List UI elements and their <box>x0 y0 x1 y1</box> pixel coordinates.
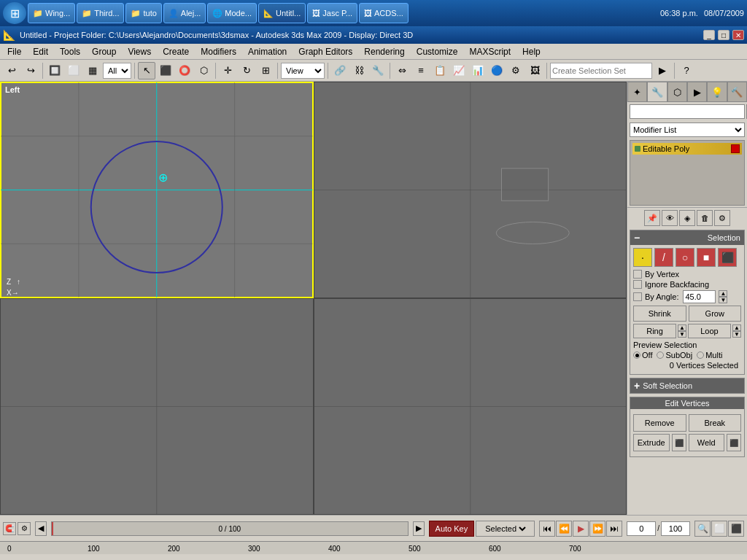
edge-subobj-btn[interactable]: / <box>654 248 673 267</box>
loop-up[interactable]: ▲ <box>732 324 741 331</box>
next-frame-btn[interactable]: ⏩ <box>589 521 605 537</box>
by-angle-checkbox[interactable] <box>633 292 642 301</box>
loop-down[interactable]: ▼ <box>732 331 741 338</box>
select-region-rect-btn[interactable]: ⬛ <box>157 62 174 79</box>
snap-settings-btn[interactable]: ⚙ <box>18 522 31 535</box>
make-unique-icon[interactable]: ◈ <box>679 210 695 226</box>
border-subobj-btn[interactable]: ○ <box>676 248 694 267</box>
align-btn[interactable]: ≡ <box>412 62 430 79</box>
named-sel-btn[interactable]: ▶ <box>654 62 671 79</box>
extrude-button[interactable]: Extrude <box>633 434 670 451</box>
show-end-result-icon[interactable]: 👁 <box>662 210 678 226</box>
taskbar-alej[interactable]: 👤 Alej... <box>163 3 206 23</box>
frame-input[interactable] <box>627 521 656 536</box>
menu-graph-editors[interactable]: Graph Editors <box>293 45 358 58</box>
by-angle-down[interactable]: ▼ <box>719 297 727 303</box>
reference-coord-dropdown[interactable]: View <box>281 63 325 79</box>
render-btn[interactable]: 🖼 <box>526 62 543 79</box>
modifier-stack-item[interactable]: Editable Poly <box>632 143 742 155</box>
create-selection-input[interactable] <box>550 63 652 79</box>
menu-group[interactable]: Group <box>86 45 122 58</box>
menu-file[interactable]: File <box>1 45 27 58</box>
weld-button[interactable]: Weld <box>689 434 725 451</box>
filter-dropdown[interactable]: All <box>103 63 131 79</box>
menu-rendering[interactable]: Rendering <box>358 45 410 58</box>
timeline-left-arrow[interactable]: ◀ <box>35 521 47 536</box>
pan-time-btn[interactable]: ⬛ <box>728 521 744 537</box>
taskbar-folder1[interactable]: 📁 Wing... <box>28 3 75 23</box>
timeline-right-arrow[interactable]: ▶ <box>413 521 425 536</box>
create-tab[interactable]: ✦ <box>627 82 647 102</box>
display-tab[interactable]: 💡 <box>707 82 727 102</box>
material-editor-btn[interactable]: 🔵 <box>488 62 506 79</box>
auto-key-button[interactable]: Auto Key <box>429 521 475 537</box>
element-subobj-btn[interactable]: ⬛ <box>718 248 737 267</box>
hierarchy-tab[interactable]: ⬡ <box>667 82 687 102</box>
select-region-btn[interactable]: ⬜ <box>65 62 82 79</box>
shrink-button[interactable]: Shrink <box>633 306 686 322</box>
menu-tools[interactable]: Tools <box>54 45 86 58</box>
ignore-backfacing-checkbox[interactable] <box>633 280 642 289</box>
mirror-btn[interactable]: ⇔ <box>393 62 411 79</box>
timeline-track[interactable]: 0 / 100 <box>51 521 409 536</box>
select-region-circle-btn[interactable]: ⭕ <box>176 62 193 79</box>
play-btn[interactable]: ▶ <box>573 521 589 537</box>
menu-animation[interactable]: Animation <box>242 45 293 58</box>
window-crossing-btn[interactable]: ▦ <box>84 62 101 79</box>
by-vertex-checkbox[interactable] <box>633 270 642 279</box>
taskbar-jasc[interactable]: 🖼 Jasc P... <box>307 3 357 23</box>
help-btn[interactable]: ? <box>678 62 695 79</box>
menu-create[interactable]: Create <box>157 45 195 58</box>
radio-subobj[interactable] <box>657 351 664 359</box>
restore-button[interactable]: □ <box>718 30 729 40</box>
taskbar-acds[interactable]: 🖼 ACDS... <box>359 3 409 23</box>
by-angle-up[interactable]: ▲ <box>719 290 727 297</box>
menu-help[interactable]: Help <box>516 45 546 58</box>
rotate-btn[interactable]: ↻ <box>238 62 255 79</box>
remove-modifier-icon[interactable]: 🗑 <box>697 210 713 226</box>
bind-space-warp-btn[interactable]: 🔧 <box>369 62 387 79</box>
utilities-tab[interactable]: 🔨 <box>727 82 747 102</box>
ring-down[interactable]: ▼ <box>678 331 686 338</box>
viewport-left[interactable]: Left ⊕ Z ↑ X→ <box>0 82 314 298</box>
grow-button[interactable]: Grow <box>689 306 742 322</box>
minimize-button[interactable]: _ <box>703 30 715 40</box>
layer-btn[interactable]: 📋 <box>431 62 449 79</box>
taskbar-mode[interactable]: 🌐 Mode... <box>207 3 257 23</box>
modifier-list-dropdown[interactable]: Modifier List <box>630 122 745 137</box>
redo-button[interactable]: ↪ <box>22 62 39 79</box>
viewport-top-right[interactable] <box>314 82 627 298</box>
undo-button[interactable]: ↩ <box>3 62 20 79</box>
schematic-view-btn[interactable]: 📊 <box>469 62 487 79</box>
start-button[interactable]: ⊞ <box>3 2 26 24</box>
link-btn[interactable]: 🔗 <box>331 62 349 79</box>
select-object-btn[interactable]: 🔲 <box>46 62 63 79</box>
configure-modifier-sets-icon[interactable]: ⚙ <box>714 210 730 226</box>
zoom-extents-btn[interactable]: ⬜ <box>711 521 727 537</box>
pin-stack-icon[interactable]: 📌 <box>644 210 660 226</box>
radio-off[interactable] <box>633 351 640 359</box>
ring-up[interactable]: ▲ <box>678 324 686 331</box>
move-btn[interactable]: ✛ <box>219 62 236 79</box>
taskbar-folder2[interactable]: 📁 Third... <box>77 3 124 23</box>
goto-end-btn[interactable]: ⏭ <box>606 521 622 537</box>
selection-header[interactable]: − Selection <box>630 230 744 245</box>
zoom-time-btn[interactable]: 🔍 <box>694 521 711 537</box>
taskbar-folder3[interactable]: 📁 tuto <box>125 3 161 23</box>
polygon-subobj-btn[interactable]: ■ <box>697 248 716 267</box>
loop-button[interactable]: Loop <box>688 324 731 338</box>
motion-tab[interactable]: ▶ <box>687 82 707 102</box>
snap-toggle-btn[interactable]: 🧲 <box>3 522 16 535</box>
menu-maxscript[interactable]: MAXScript <box>463 45 516 58</box>
goto-start-btn[interactable]: ⏮ <box>539 521 555 537</box>
by-angle-input[interactable]: 45.0 <box>683 290 716 303</box>
taskbar-3dsmax[interactable]: 📐 Untitl... <box>258 3 306 23</box>
selected-dropdown[interactable]: Selected <box>482 524 528 534</box>
select-region-fence-btn[interactable]: ⬡ <box>195 62 212 79</box>
render-setup-btn[interactable]: ⚙ <box>507 62 525 79</box>
vertex-subobj-btn[interactable]: · <box>633 248 652 267</box>
modify-tab[interactable]: 🔧 <box>647 82 667 102</box>
break-button[interactable]: Break <box>689 414 742 432</box>
prev-frame-btn[interactable]: ⏪ <box>556 521 572 537</box>
extrude-settings-btn[interactable]: ⬛ <box>672 434 686 451</box>
